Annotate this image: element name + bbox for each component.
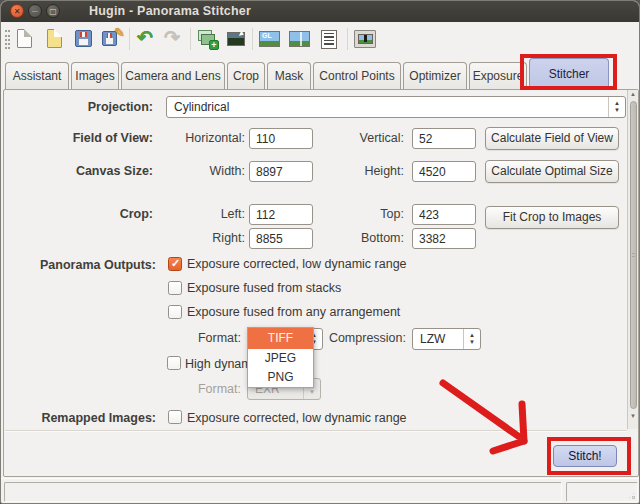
frame-glyph <box>354 30 376 48</box>
floppy-glyph <box>75 30 92 47</box>
remapped-images-label: Remapped Images: <box>11 411 156 425</box>
page-glyph <box>17 29 32 48</box>
landscape-glyph: GL <box>259 31 280 47</box>
crop-right-input[interactable] <box>249 228 313 249</box>
redo-arrow-glyph <box>164 26 180 49</box>
projection-combobox[interactable]: Cylindrical <box>166 96 626 118</box>
fov-horizontal-label: Horizontal: <box>151 131 245 145</box>
fov-vertical-input[interactable] <box>412 128 476 149</box>
tab-control-points[interactable]: Control Points <box>313 62 401 89</box>
gl-preview-icon[interactable]: GL <box>258 27 282 51</box>
save-project-as-icon[interactable] <box>100 27 124 51</box>
tab-optimizer[interactable]: Optimizer <box>403 62 467 89</box>
toolbar-separator <box>129 28 130 50</box>
remapped-exposure-corrected-label: Exposure corrected, low dynamic range <box>187 411 407 425</box>
window-title: Hugin - Panorama Stitcher <box>89 1 251 22</box>
vertical-scrollbar[interactable] <box>627 90 638 429</box>
save-project-icon[interactable] <box>72 27 96 51</box>
undo-icon[interactable] <box>135 27 159 51</box>
statusbar <box>1 478 639 504</box>
toolbar-grip[interactable] <box>5 30 10 49</box>
crop-bottom-input[interactable] <box>412 228 476 249</box>
compression-value: LZW <box>420 329 445 349</box>
landscape-glyph <box>289 31 310 47</box>
canvas-height-input[interactable] <box>412 161 476 182</box>
fit-crop-to-images-button[interactable]: Fit Crop to Images <box>485 206 619 229</box>
format-label: Format: <box>151 331 241 345</box>
compression-label: Compression: <box>316 331 406 345</box>
toolbar-separator <box>190 28 191 50</box>
format-option-png[interactable]: PNG <box>248 368 313 387</box>
list-glyph <box>321 30 337 49</box>
hdr-label: High dynam <box>185 357 252 371</box>
tripod-glyph <box>364 35 367 42</box>
undo-arrow-glyph <box>137 26 153 49</box>
crop-right-label: Right: <box>151 231 245 245</box>
crop-left-input[interactable] <box>249 204 313 225</box>
scrollbar-thumb[interactable] <box>630 101 637 409</box>
tab-bar: Assistant Images Camera and Lens Crop Ma… <box>1 57 639 89</box>
statusbar-right <box>566 482 638 502</box>
crop-bottom-label: Bottom: <box>311 231 404 245</box>
preview-panorama-icon[interactable] <box>288 27 312 51</box>
gl-label: GL <box>262 32 272 39</box>
minimize-icon[interactable] <box>28 4 42 18</box>
tab-exposure[interactable]: Exposure <box>469 62 527 89</box>
spinner-icon[interactable] <box>608 97 625 117</box>
tab-stitcher[interactable]: Stitcher <box>529 58 609 89</box>
format-option-tiff[interactable]: TIFF <box>248 328 313 349</box>
canvas-size-label: Canvas Size: <box>21 164 153 178</box>
projection-value: Cylindrical <box>174 97 229 117</box>
hdr-format-label: Format: <box>151 382 241 396</box>
remapped-exposure-corrected-checkbox[interactable] <box>168 410 182 424</box>
scroll-up-icon[interactable] <box>628 90 638 100</box>
tab-images[interactable]: Images <box>71 62 119 89</box>
crop-left-label: Left: <box>151 207 245 221</box>
new-project-icon[interactable] <box>13 27 37 51</box>
exposure-fused-any-checkbox[interactable] <box>168 305 182 319</box>
image-variables-icon[interactable] <box>224 27 248 51</box>
calculate-optimal-size-button[interactable]: Calculate Optimal Size <box>485 160 619 183</box>
control-points-list-icon[interactable] <box>317 27 341 51</box>
toolbar: GL <box>1 22 639 57</box>
toolbar-separator <box>347 28 348 50</box>
canvas-width-input[interactable] <box>249 161 313 182</box>
scroll-down-icon[interactable] <box>628 412 638 422</box>
maximize-icon[interactable] <box>46 4 60 18</box>
exposure-corrected-label: Exposure corrected, low dynamic range <box>187 257 407 271</box>
exposure-fused-stacks-label: Exposure fused from stacks <box>187 281 341 295</box>
tab-crop[interactable]: Crop <box>227 62 265 89</box>
tab-assistant[interactable]: Assistant <box>5 62 69 89</box>
close-icon[interactable] <box>10 4 24 18</box>
fov-label: Field of View: <box>21 131 153 145</box>
hdr-checkbox[interactable] <box>167 356 181 370</box>
crop-top-input[interactable] <box>412 204 476 225</box>
format-option-jpeg[interactable]: JPEG <box>248 349 313 368</box>
fov-horizontal-input[interactable] <box>249 128 313 149</box>
calculate-fov-button[interactable]: Calculate Field of View <box>485 127 619 150</box>
panorama-outputs-label: Panorama Outputs: <box>11 258 156 272</box>
fov-vertical-label: Vertical: <box>311 131 404 145</box>
hugin-window: Hugin - Panorama Stitcher GL <box>0 0 640 504</box>
statusbar-left <box>4 482 562 502</box>
redo-icon[interactable] <box>162 27 186 51</box>
exposure-fused-any-label: Exposure fused from any arrangement <box>187 305 400 319</box>
canvas-height-label: Height: <box>311 164 404 178</box>
crop-top-label: Top: <box>311 207 404 221</box>
open-project-icon[interactable] <box>43 27 67 51</box>
preview-window-icon[interactable] <box>353 27 377 51</box>
exposure-corrected-checkbox[interactable] <box>168 257 182 271</box>
stitch-button[interactable]: Stitch! <box>553 445 617 467</box>
tab-camera-and-lens[interactable]: Camera and Lens <box>121 62 225 89</box>
format-dropdown-popup: TIFF JPEG PNG <box>247 327 314 388</box>
compression-combobox[interactable]: LZW <box>412 328 481 350</box>
pencil-glyph <box>114 25 125 40</box>
add-images-icon[interactable] <box>196 27 220 51</box>
folder-glyph <box>47 29 62 48</box>
spinner-icon[interactable] <box>463 329 480 349</box>
exposure-fused-stacks-checkbox[interactable] <box>168 281 182 295</box>
crop-label: Crop: <box>21 207 153 221</box>
toolbar-separator <box>252 28 253 50</box>
panel-divider <box>5 430 627 431</box>
tab-mask[interactable]: Mask <box>267 62 311 89</box>
